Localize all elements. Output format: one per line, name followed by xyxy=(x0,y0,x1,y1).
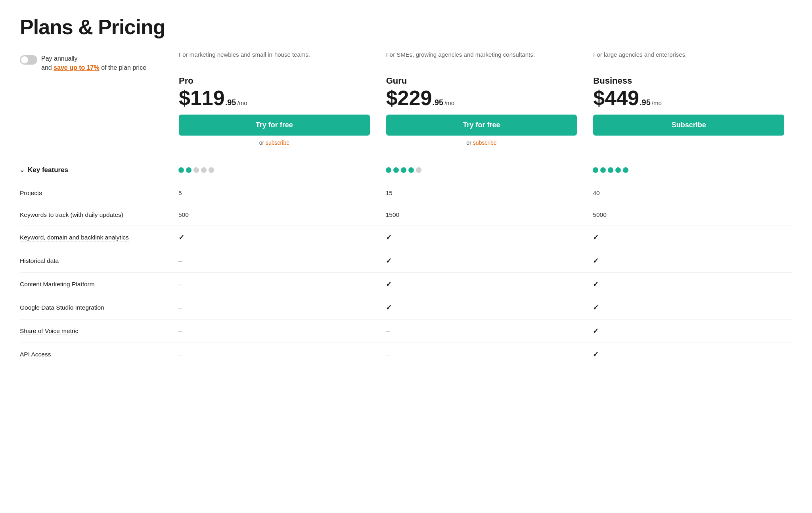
features-section: ⌄ Key features Projects 5 xyxy=(20,158,792,366)
save-text: save up to 17% xyxy=(54,64,100,71)
pro-subtitle: For marketing newbies and small in-house… xyxy=(179,50,370,69)
toggle-label: Pay annually xyxy=(41,55,78,62)
feature-name-api-access: API Access xyxy=(20,343,170,366)
pro-analytics-check: ✓ xyxy=(178,233,184,242)
pro-dot-5 xyxy=(209,167,214,173)
guru-dot-4 xyxy=(408,167,414,173)
guru-historical-check: ✓ xyxy=(386,256,392,265)
guru-dot-2 xyxy=(393,167,399,173)
business-content-check: ✓ xyxy=(593,280,599,289)
business-cta-button[interactable]: Subscribe xyxy=(593,115,784,136)
business-keywords-value: 5000 xyxy=(593,211,606,218)
business-api-check: ✓ xyxy=(593,350,599,359)
guru-name: Guru xyxy=(386,76,577,86)
pro-dot-3 xyxy=(193,167,199,173)
guru-analytics-check: ✓ xyxy=(386,233,392,242)
guru-cta-button[interactable]: Try for free xyxy=(386,115,577,136)
key-features-header[interactable]: ⌄ Key features xyxy=(20,158,170,182)
guru-price-cents: .95 xyxy=(432,98,443,107)
pro-datastudio-dash: – xyxy=(178,304,182,312)
key-features-title: Key features xyxy=(28,166,68,174)
business-price-cents: .95 xyxy=(640,98,651,107)
feature-name-data-studio: Google Data Studio Integration xyxy=(20,296,170,319)
annual-toggle[interactable] xyxy=(20,55,37,65)
guru-dot-3 xyxy=(401,167,406,173)
plan-pro: For marketing newbies and small in-house… xyxy=(170,50,378,154)
business-dot-5 xyxy=(623,167,628,173)
pro-dot-1 xyxy=(178,167,184,173)
chevron-down-icon: ⌄ xyxy=(20,167,25,173)
pro-dot-2 xyxy=(186,167,192,173)
pro-price-period: /mo xyxy=(237,100,247,106)
guru-subtitle: For SMEs, growing agencies and marketing… xyxy=(386,50,577,69)
business-historical-check: ✓ xyxy=(593,256,599,265)
business-price-period: /mo xyxy=(652,100,662,106)
pro-content-dash: – xyxy=(178,280,182,289)
feature-name-share-of-voice: Share of Voice metric xyxy=(20,319,170,343)
business-price-main: $449 xyxy=(593,88,639,108)
pro-projects-value: 5 xyxy=(178,190,182,197)
guru-content-check: ✓ xyxy=(386,280,392,289)
business-dots xyxy=(585,158,792,182)
business-datastudio-check: ✓ xyxy=(593,303,599,312)
guru-keywords-value: 1500 xyxy=(386,211,399,218)
guru-projects-value: 15 xyxy=(386,190,393,197)
business-dot-4 xyxy=(615,167,621,173)
toggle-suffix: of the plan price xyxy=(101,64,146,71)
guru-price-period: /mo xyxy=(444,100,454,106)
pro-keywords-value: 500 xyxy=(178,211,189,218)
pro-api-dash: – xyxy=(178,350,182,359)
guru-sov-dash: – xyxy=(386,327,390,335)
page-title: Plans & Pricing xyxy=(20,16,792,38)
business-sov-check: ✓ xyxy=(593,327,599,335)
pro-subscribe-link[interactable]: subscribe xyxy=(266,140,289,146)
business-subtitle: For large agencies and enterprises. xyxy=(593,50,784,69)
pro-price-main: $119 xyxy=(179,88,225,108)
guru-subscribe-link[interactable]: subscribe xyxy=(473,140,497,146)
pro-cta-button[interactable]: Try for free xyxy=(179,115,370,136)
business-dot-2 xyxy=(600,167,606,173)
business-dot-1 xyxy=(593,167,598,173)
guru-dot-1 xyxy=(386,167,391,173)
feature-name-historical: Historical data xyxy=(20,249,170,272)
pro-price-cents: .95 xyxy=(225,98,236,107)
guru-price-main: $229 xyxy=(386,88,432,108)
pro-historical-dash: – xyxy=(178,257,182,265)
pro-cta-prefix: or xyxy=(259,140,264,146)
guru-api-dash: – xyxy=(386,350,390,359)
plan-guru: For SMEs, growing agencies and marketing… xyxy=(378,50,585,154)
plan-business: For large agencies and enterprises. Busi… xyxy=(585,50,792,154)
pro-dots xyxy=(170,158,378,182)
pro-dot-4 xyxy=(201,167,207,173)
guru-datastudio-check: ✓ xyxy=(386,303,392,312)
feature-name-keywords: Keywords to track (with daily updates) xyxy=(20,204,170,226)
features-grid: ⌄ Key features Projects 5 xyxy=(20,158,792,366)
business-projects-value: 40 xyxy=(593,190,599,197)
guru-dot-5 xyxy=(416,167,421,173)
pro-sov-dash: – xyxy=(178,327,182,335)
feature-name-analytics: Keyword, domain and backlink analytics xyxy=(20,226,170,249)
feature-name-content-marketing: Content Marketing Platform xyxy=(20,272,170,296)
business-analytics-check: ✓ xyxy=(593,233,599,242)
guru-cta-prefix: or xyxy=(466,140,471,146)
business-name: Business xyxy=(593,76,784,86)
feature-name-projects: Projects xyxy=(20,182,170,204)
guru-dots xyxy=(378,158,585,182)
pro-name: Pro xyxy=(179,76,370,86)
business-dot-3 xyxy=(608,167,613,173)
